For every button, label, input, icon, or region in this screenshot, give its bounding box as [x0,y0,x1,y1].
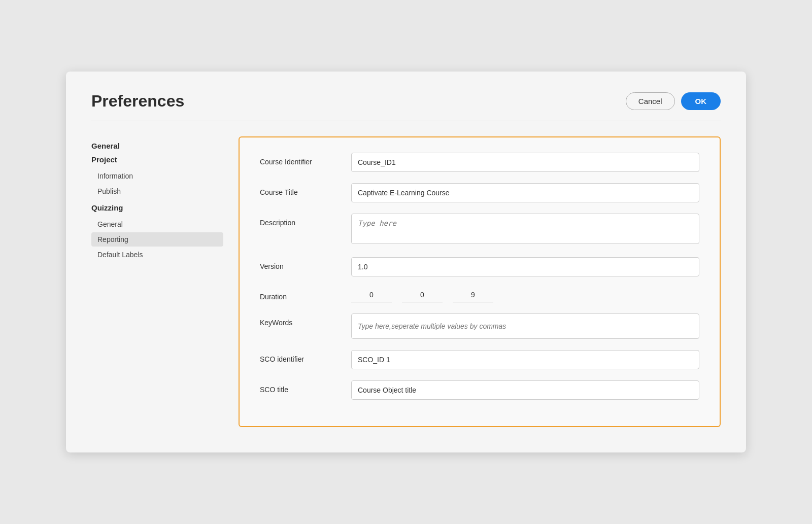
cancel-button[interactable]: Cancel [626,92,675,110]
keywords-label: KeyWords [260,313,341,327]
description-label: Description [260,214,341,227]
dialog-header: Preferences Cancel OK [91,92,721,111]
preferences-dialog: Preferences Cancel OK General Project In… [66,72,746,452]
version-field [351,257,699,276]
sco-title-field [351,380,699,400]
dialog-title: Preferences [91,92,184,111]
duration-hours-input[interactable] [351,288,392,302]
sidebar-item-quizzing-general[interactable]: General [91,217,223,231]
sco-title-label: SCO title [260,380,341,394]
keywords-row: KeyWords [260,313,699,339]
divider [91,121,721,121]
sidebar-item-publish[interactable]: Publish [91,184,223,198]
sidebar-item-default-labels[interactable]: Default Labels [91,248,223,262]
course-identifier-input[interactable] [351,153,699,172]
ok-button[interactable]: OK [681,92,721,110]
header-buttons: Cancel OK [626,92,721,110]
description-row: Description [260,214,699,246]
sidebar-section-project[interactable]: Project [91,155,223,164]
course-title-label: Course Title [260,183,341,196]
course-title-row: Course Title [260,183,699,202]
sco-identifier-label: SCO identifier [260,350,341,363]
version-row: Version [260,257,699,276]
sidebar-section-general[interactable]: General [91,142,223,150]
sidebar-item-reporting[interactable]: Reporting [91,232,223,247]
course-identifier-label: Course Identifier [260,153,341,166]
course-identifier-field [351,153,699,172]
sidebar-section-quizzing[interactable]: Quizzing [91,203,223,212]
sco-identifier-input[interactable] [351,350,699,369]
duration-field [351,288,699,302]
main-panel: Course Identifier Course Title Descripti… [239,136,721,427]
course-title-field [351,183,699,202]
sidebar: General Project Information Publish Quiz… [91,136,223,427]
version-label: Version [260,257,341,270]
sidebar-item-information[interactable]: Information [91,169,223,183]
description-field [351,214,699,246]
sco-identifier-row: SCO identifier [260,350,699,369]
sco-title-row: SCO title [260,380,699,400]
duration-minutes-input[interactable] [402,288,443,302]
duration-row: Duration [260,288,699,302]
keywords-input[interactable] [351,313,699,339]
duration-inputs [351,288,699,302]
sco-title-input[interactable] [351,380,699,400]
content-area: General Project Information Publish Quiz… [91,136,721,427]
description-input[interactable] [351,214,699,244]
duration-seconds-input[interactable] [453,288,493,302]
sco-identifier-field [351,350,699,369]
duration-label: Duration [260,288,341,301]
version-input[interactable] [351,257,699,276]
keywords-field [351,313,699,339]
course-identifier-row: Course Identifier [260,153,699,172]
course-title-input[interactable] [351,183,699,202]
